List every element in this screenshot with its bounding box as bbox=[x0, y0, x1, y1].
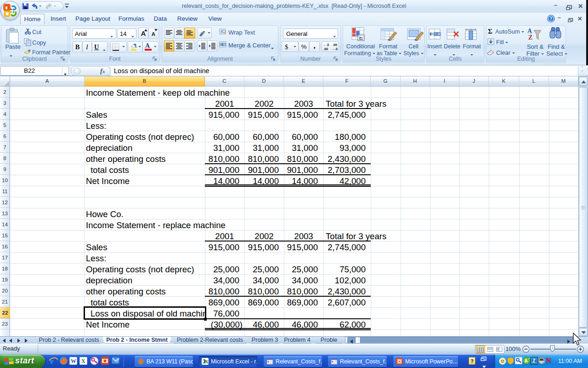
svg-text:X: X bbox=[205, 359, 209, 364]
svg-text:X: X bbox=[81, 358, 85, 364]
svg-text:W: W bbox=[71, 358, 76, 364]
svg-text:Z: Z bbox=[528, 34, 532, 41]
svg-text:?: ? bbox=[550, 16, 552, 21]
svg-text:A: A bbox=[527, 28, 532, 34]
svg-text:Z: Z bbox=[532, 358, 536, 363]
svg-text:a: a bbox=[221, 43, 223, 46]
svg-text:A: A bbox=[525, 358, 528, 363]
